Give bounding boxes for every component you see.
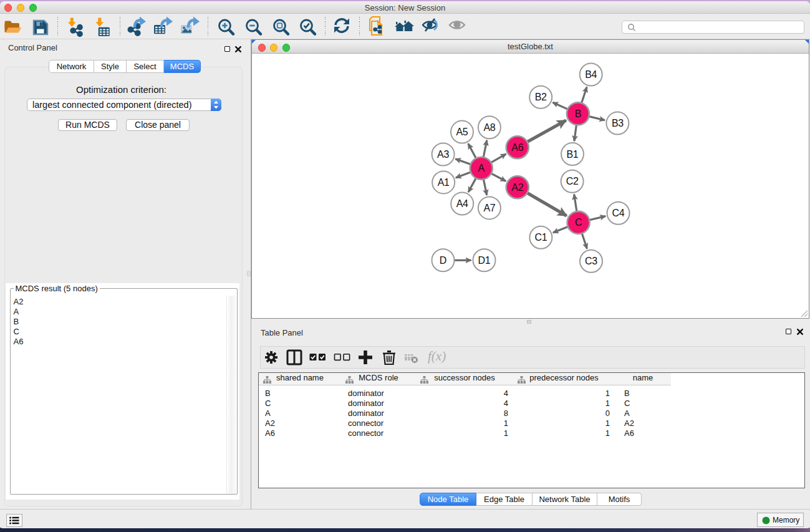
svg-text:C1: C1 bbox=[534, 232, 547, 243]
svg-text:C: C bbox=[575, 217, 582, 228]
svg-text:B: B bbox=[575, 109, 581, 119]
svg-text:C2: C2 bbox=[566, 176, 579, 186]
svg-text:D1: D1 bbox=[478, 255, 491, 266]
svg-text:C4: C4 bbox=[612, 208, 625, 218]
svg-text:A1: A1 bbox=[438, 177, 450, 188]
svg-text:A8: A8 bbox=[483, 122, 495, 133]
svg-text:B3: B3 bbox=[612, 118, 624, 128]
svg-text:A4: A4 bbox=[456, 198, 468, 209]
svg-text:B1: B1 bbox=[567, 149, 579, 160]
svg-text:D: D bbox=[440, 255, 446, 266]
svg-text:A6: A6 bbox=[511, 142, 523, 153]
svg-text:A7: A7 bbox=[483, 203, 495, 213]
svg-text:B2: B2 bbox=[535, 92, 547, 102]
svg-text:A: A bbox=[478, 163, 485, 173]
svg-text:C3: C3 bbox=[585, 256, 597, 266]
svg-text:A5: A5 bbox=[456, 127, 468, 137]
svg-text:B4: B4 bbox=[585, 69, 597, 80]
svg-text:A3: A3 bbox=[437, 149, 449, 160]
svg-text:A2: A2 bbox=[511, 182, 523, 193]
